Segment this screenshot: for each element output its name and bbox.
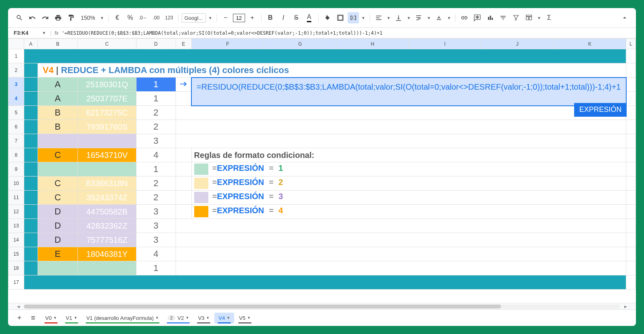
rule-3: =EXPRESIÓN = 3 (191, 191, 626, 205)
paint-format-icon[interactable] (65, 12, 77, 23)
name-box[interactable]: F3:K4 (14, 30, 38, 36)
col-F[interactable]: F (191, 39, 264, 49)
collapse-toolbar-icon[interactable] (619, 12, 630, 23)
link-icon[interactable] (459, 12, 470, 23)
col-A[interactable]: A (24, 39, 38, 49)
zoom-caret-icon[interactable]: ▼ (99, 16, 105, 20)
sheet-tab[interactable]: V5▼ (235, 313, 255, 323)
sheet-tab[interactable]: V0▼ (41, 313, 61, 323)
font-caret-icon[interactable]: ▼ (208, 16, 213, 20)
col-J[interactable]: J (481, 39, 554, 49)
filter-icon[interactable] (497, 12, 509, 23)
formula-input[interactable]: '=RESIDUO(REDUCE(0;$B$3:$B3;LAMBDA(total… (62, 30, 383, 36)
col-E[interactable]: E (176, 39, 191, 49)
fill-color-icon[interactable] (322, 12, 333, 23)
expression-label: EXPRESIÓN (574, 103, 626, 116)
toolbar: 150% ▼ € % .0← .00 123 Googl... ▼ − 12 +… (8, 8, 636, 28)
cell-C3[interactable]: 25180301Q (78, 78, 136, 92)
increase-font-icon[interactable]: + (247, 12, 258, 23)
currency-icon[interactable]: € (112, 12, 123, 23)
col-K[interactable]: K (554, 39, 626, 49)
font-family-select[interactable]: Googl... (182, 13, 206, 23)
chart-icon[interactable] (485, 12, 496, 23)
percent-icon[interactable]: % (125, 12, 136, 23)
zoom-level[interactable]: 150% (78, 15, 98, 21)
col-L[interactable]: L (626, 39, 636, 49)
italic-icon[interactable]: I (278, 12, 289, 23)
rule-4: =EXPRESIÓN = 4 (191, 205, 626, 219)
rules-header: Reglas de formato condicional: (191, 148, 626, 162)
format-123-icon[interactable]: 123 (164, 12, 175, 23)
arrow-icon (176, 78, 191, 92)
print-icon[interactable] (52, 12, 64, 23)
merge-caret-icon[interactable]: ▼ (361, 16, 366, 20)
strikethrough-icon[interactable]: S (291, 12, 302, 23)
formula-bar: F3:K4 ▼ | fx '=RESIDUO(REDUCE(0;$B$3:$B3… (8, 28, 636, 38)
rule-2: =EXPRESIÓN = 2 (191, 176, 626, 191)
col-G[interactable]: G (264, 39, 336, 49)
sheet-tab[interactable]: V3▼ (194, 313, 214, 323)
functions-icon[interactable]: Σ (543, 12, 555, 23)
rule-1: =EXPRESIÓN = 1 (191, 162, 626, 176)
increase-decimal-icon[interactable]: .00 (151, 12, 162, 23)
search-icon[interactable] (14, 12, 25, 23)
sheet-title: V4 | REDUCE + LAMBDA con múltiples (4) c… (38, 63, 626, 78)
formula-display-cell[interactable]: =RESIDUO(REDUCE(0;$B$3:$B3;LAMBDA(total;… (191, 78, 626, 106)
v-align-icon[interactable] (393, 12, 404, 23)
col-C[interactable]: C (78, 39, 136, 49)
sheet-tab[interactable]: V4▼ (214, 313, 234, 323)
name-box-caret-icon[interactable]: ▼ (41, 31, 47, 35)
borders-icon[interactable] (335, 12, 346, 23)
sheet-tabs: + ≡ V0▼V1▼V1 (desarrollo ArrayFormula)▼2… (8, 309, 636, 326)
col-I[interactable]: I (409, 39, 481, 49)
horizontal-scrollbar[interactable]: ◄ ► (8, 303, 636, 309)
text-color-icon[interactable]: A (304, 12, 315, 23)
comment-icon[interactable] (472, 12, 483, 23)
cell-B3[interactable]: A (38, 78, 78, 92)
column-headers: A B C D E F G H I J K L (8, 39, 636, 49)
cell-D3[interactable]: 1 (136, 78, 176, 92)
spreadsheet-grid[interactable]: A B C D E F G H I J K L 1 2 V4 | REDUCE … (8, 38, 636, 303)
h-align-icon[interactable] (373, 12, 384, 23)
bold-icon[interactable]: B (265, 12, 276, 23)
sheet-tab[interactable]: V1▼ (62, 313, 82, 323)
wrap-text-icon[interactable] (413, 12, 424, 23)
sheet-tab[interactable]: V1 (desarrollo ArrayFormula)▼ (82, 313, 163, 323)
table-view-icon[interactable] (523, 12, 535, 23)
sheet-tab[interactable]: 2V2▼ (164, 313, 193, 323)
decrease-decimal-icon[interactable]: .0← (138, 12, 149, 23)
filter-view-icon[interactable] (510, 12, 522, 23)
font-size-input[interactable]: 12 (233, 14, 245, 22)
merge-cells-icon[interactable] (348, 12, 359, 23)
col-D[interactable]: D (136, 39, 176, 49)
undo-icon[interactable] (27, 12, 38, 23)
col-H[interactable]: H (336, 39, 409, 49)
fx-icon: fx (55, 30, 58, 36)
col-B[interactable]: B (38, 39, 78, 49)
rotate-text-icon[interactable] (433, 12, 445, 23)
add-sheet-button[interactable]: + (14, 312, 25, 323)
redo-icon[interactable] (40, 12, 51, 23)
all-sheets-button[interactable]: ≡ (27, 312, 39, 323)
decrease-font-icon[interactable]: − (220, 12, 231, 23)
